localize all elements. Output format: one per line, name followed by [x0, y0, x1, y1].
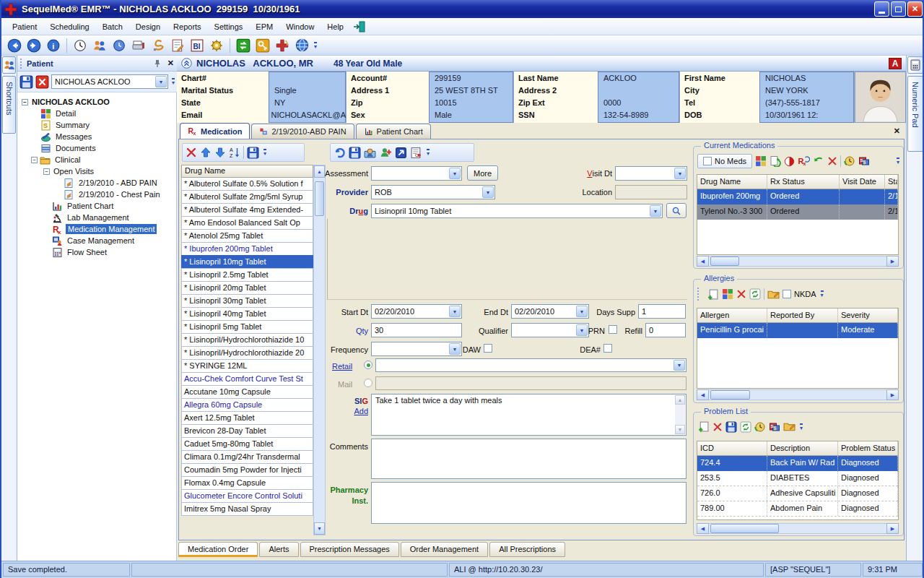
close-tab-icon[interactable]: ✕ — [894, 126, 900, 136]
numeric-pad-tab[interactable]: Numeric Pad — [907, 76, 923, 152]
allergies-toolbar-overflow-icon[interactable]: ▾ — [821, 290, 824, 298]
menu-item[interactable]: Scheduling — [43, 20, 95, 34]
chevron-down-icon[interactable]: ▼ — [650, 205, 661, 217]
assessment-combo[interactable]: ▼ — [371, 166, 462, 181]
tab-medication[interactable]: Rx Medication — [180, 123, 250, 139]
scroll-left-icon[interactable]: ◀ — [697, 389, 709, 400]
daw-checkbox[interactable] — [484, 344, 492, 353]
drug-list-item[interactable]: * SYRINGE 12ML — [181, 359, 313, 373]
patient-combobox[interactable]: NICHOLAS ACKLOO ▼ — [51, 74, 168, 89]
chevron-down-icon[interactable]: ▼ — [482, 186, 494, 198]
refresh-icon[interactable] — [740, 421, 751, 433]
bottom-tab[interactable]: Medication Order — [178, 542, 258, 557]
tree-item-medication-management[interactable]: Rx Medication Management — [22, 223, 176, 235]
tab-visit-abd-pain[interactable]: 2/19/2010-ABD PAIN — [251, 124, 354, 139]
pin-icon[interactable] — [153, 59, 162, 68]
drug-list-item[interactable]: * Lisinopril 10mg Tablet — [181, 255, 313, 269]
contact-icon[interactable] — [364, 147, 376, 159]
qty-field[interactable]: 30 — [371, 323, 462, 337]
tree-item-visit-abd-pain[interactable]: 2/19/2010 - ABD PAIN — [22, 177, 176, 189]
charges-icon[interactable]: $S — [769, 421, 780, 433]
tree-item-flow-sheet[interactable]: Flow Sheet — [22, 246, 176, 258]
column-header[interactable]: Drug Name — [697, 175, 767, 189]
reorder-icon[interactable] — [813, 156, 824, 167]
sort-az-icon[interactable]: AZ — [229, 147, 240, 158]
export-icon[interactable] — [395, 147, 407, 159]
scroll-right-icon[interactable]: ▶ — [886, 389, 899, 400]
info-icon[interactable]: i — [45, 37, 62, 54]
detail-grid-icon[interactable] — [722, 288, 733, 300]
sign-icon[interactable] — [149, 37, 167, 54]
retail-pharmacy-combo[interactable]: ▼ — [375, 358, 687, 372]
refill-icon[interactable] — [770, 155, 781, 167]
exit-door-icon[interactable] — [353, 21, 366, 33]
current-meds-row[interactable]: Ibuprofen 200mgOrdered2/1 — [697, 189, 898, 204]
column-header[interactable]: Allergen — [697, 309, 767, 322]
visit-dt-combo[interactable]: ▼ — [615, 166, 687, 181]
scroll-right-icon[interactable]: ▶ — [886, 523, 899, 534]
drug-list-item[interactable]: * Lisinopril 30mg Tablet — [181, 294, 313, 308]
drug-list-item[interactable]: * Atenolol 25mg Tablet — [181, 229, 313, 243]
drug-list-item[interactable]: * Ibuprofen 200mg Tablet — [181, 242, 313, 256]
forward-icon[interactable] — [25, 37, 43, 54]
interaction-icon[interactable] — [784, 156, 795, 167]
problem-list-header-row[interactable]: ICDDescriptionProblem Status — [697, 441, 898, 456]
drug-list-item[interactable]: Flomax 0.4mg Capsule — [181, 476, 313, 490]
scroll-thumb[interactable] — [710, 256, 739, 266]
drug-list-item[interactable]: Coumadin 5mg Powder for Injecti — [181, 463, 313, 477]
save-order-icon[interactable] — [349, 147, 361, 159]
close-button[interactable]: ✕ — [907, 1, 923, 17]
save-icon[interactable] — [725, 421, 737, 433]
tree-item-case-management[interactable]: Case Management — [22, 235, 176, 246]
drug-list-item[interactable]: Climara 0.1mg/24hr Transdermal — [181, 450, 313, 464]
menu-item[interactable]: Reports — [167, 20, 208, 34]
nkda-checkbox[interactable] — [783, 290, 791, 298]
undo-icon[interactable] — [334, 147, 346, 159]
drug-list-item[interactable]: * Lisinopril 40mg Tablet — [181, 307, 313, 321]
end-dt-combo[interactable]: 02/20/2010▼ — [511, 304, 589, 319]
scroll-thumb[interactable] — [710, 390, 750, 400]
tree-item-open-visits[interactable]: − Open Visits — [22, 165, 176, 177]
allergies-header-row[interactable]: AllergenReported BySeverity — [697, 309, 898, 323]
edit-folder-icon[interactable] — [767, 289, 780, 300]
drug-list-item[interactable]: Axert 12.5mg Tablet — [181, 411, 313, 425]
no-meds-toggle[interactable]: No Meds — [697, 154, 752, 168]
days-supp-field[interactable]: 1 — [638, 304, 686, 319]
rx-pad-icon[interactable] — [410, 147, 422, 159]
current-meds-hscrollbar[interactable]: ◀ ▶ — [697, 256, 899, 267]
sync-icon[interactable] — [235, 37, 252, 54]
add-problem-icon[interactable] — [697, 420, 710, 433]
drug-list-item[interactable]: * Lisinopril 5mg Tablet — [181, 320, 313, 334]
menu-item[interactable]: EPM — [249, 20, 279, 34]
collapse-icon[interactable]: − — [22, 99, 28, 105]
problem-toolbar-overflow-icon[interactable]: ▾ — [800, 423, 803, 431]
history-icon[interactable] — [754, 421, 766, 433]
history-icon[interactable] — [844, 155, 855, 167]
fax-printer-icon[interactable] — [130, 37, 147, 54]
sidebar-toolbar-overflow-icon[interactable]: ▾ — [172, 78, 175, 85]
collapse-chevrons-icon[interactable] — [181, 58, 192, 69]
delete-icon[interactable] — [827, 156, 837, 166]
bottom-tab[interactable]: Alerts — [259, 542, 298, 557]
bottom-tab[interactable]: Order Management — [401, 542, 488, 557]
column-header[interactable]: Problem Status — [838, 441, 898, 455]
problem-row[interactable]: 253.5DIABETESDiagnosed — [697, 471, 898, 486]
delete-icon[interactable] — [712, 422, 723, 432]
delete-icon[interactable] — [736, 289, 746, 299]
add-provider-icon[interactable] — [379, 147, 392, 159]
tree-item-patient-chart[interactable]: Patient Chart — [22, 200, 176, 212]
drug-list-item[interactable]: Glucometer Encore Control Soluti — [181, 489, 313, 503]
shortcuts-people-icon[interactable] — [2, 56, 16, 74]
key-icon[interactable] — [254, 37, 271, 54]
scroll-up-icon[interactable]: ▲ — [675, 395, 685, 405]
menu-item[interactable]: Batch — [96, 20, 129, 34]
dea-checkbox[interactable] — [603, 344, 612, 353]
column-header[interactable]: ICD — [697, 441, 767, 455]
scroll-left-icon[interactable]: ◀ — [697, 523, 709, 534]
remove-patient-icon[interactable] — [35, 75, 49, 89]
emergency-cross-icon[interactable] — [274, 37, 291, 54]
column-header[interactable]: Description — [767, 441, 838, 455]
chevron-down-icon[interactable]: ▼ — [674, 168, 686, 179]
frequency-combo[interactable]: ▼ — [371, 342, 462, 356]
allergy-row[interactable]: Penicillin G procaiModerate — [697, 323, 898, 338]
